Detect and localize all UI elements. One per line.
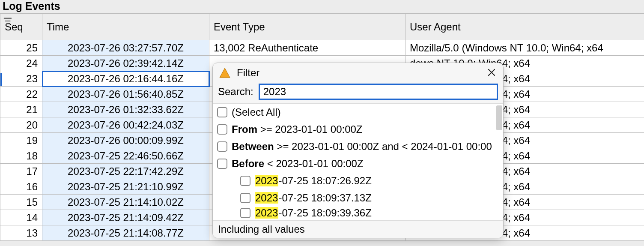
filter-option-label: From >= 2023-01-01 00:00Z — [232, 123, 363, 135]
filter-option-label: 2023-07-25 18:09:39.36Z — [255, 207, 372, 219]
cell-seq: 21 — [0, 102, 42, 117]
search-label: Search: — [218, 86, 253, 98]
checkbox[interactable] — [217, 107, 227, 117]
column-header-time[interactable]: Time — [42, 14, 209, 40]
cell-time: 2023-07-26 02:39:42.14Z — [42, 56, 209, 71]
cell-seq: 23 — [0, 71, 42, 87]
filter-option-between[interactable]: Between >= 2023-01-01 00:00Z and < 2024-… — [217, 138, 501, 155]
column-header-time-label: Time — [47, 21, 69, 33]
search-input[interactable] — [259, 84, 498, 100]
close-button[interactable] — [484, 66, 499, 80]
cell-seq: 19 — [0, 133, 42, 148]
cell-seq: 13 — [0, 225, 42, 241]
cell-seq: 25 — [0, 40, 42, 56]
search-highlight: 2023 — [255, 175, 278, 186]
cell-time: 2023-07-25 21:14:09.42Z — [42, 210, 209, 225]
table-row[interactable]: 252023-07-26 03:27:57.70Z13,002 ReAuthen… — [0, 40, 644, 56]
filter-option-value[interactable]: 2023-07-25 18:07:26.92Z — [217, 172, 501, 189]
column-header-event-label: Event Type — [214, 21, 265, 33]
filter-options-list: (Select All) From >= 2023-01-01 00:00Z B… — [213, 103, 503, 220]
filter-option-before[interactable]: Before < 2023-01-01 00:00Z — [217, 155, 501, 172]
filter-option-label: 2023-07-25 18:07:26.92Z — [255, 175, 372, 187]
search-highlight: 2023 — [255, 192, 278, 204]
checkbox[interactable] — [240, 208, 250, 218]
log-events-panel: Log Events Seq Time Event Type — [0, 0, 644, 246]
cell-time: 2023-07-26 03:27:57.70Z — [42, 40, 209, 56]
sort-desc-icon — [3, 16, 12, 26]
filter-option-value[interactable]: 2023-07-25 18:09:39.36Z — [217, 207, 501, 219]
column-header-user-agent[interactable]: User Agent — [405, 14, 644, 40]
column-header-event-type[interactable]: Event Type — [209, 14, 405, 40]
filter-popup-header: Filter — [213, 63, 503, 82]
cell-seq: 16 — [0, 179, 42, 195]
filter-option-value[interactable]: 2023-07-25 18:09:37.13Z — [217, 189, 501, 207]
filter-option-label: Between >= 2023-01-01 00:00Z and < 2024-… — [232, 141, 492, 153]
cell-seq: 22 — [0, 87, 42, 102]
column-header-ua-label: User Agent — [410, 21, 461, 33]
cell-time: 2023-07-26 00:00:09.99Z — [42, 133, 209, 148]
filter-popup: Filter Search: (Select All) From >= 2 — [212, 63, 504, 238]
filter-option-from[interactable]: From >= 2023-01-01 00:00Z — [217, 121, 501, 138]
search-highlight: 2023 — [255, 207, 278, 219]
filter-option-label: 2023-07-25 18:09:37.13Z — [255, 192, 372, 204]
cell-seq: 17 — [0, 164, 42, 179]
cell-time: 2023-07-26 01:32:33.62Z — [42, 102, 209, 117]
filter-popup-title: Filter — [237, 67, 478, 79]
panel-title: Log Events — [0, 0, 644, 13]
cell-seq: 14 — [0, 210, 42, 225]
cell-seq: 24 — [0, 56, 42, 71]
svg-marker-0 — [220, 68, 230, 78]
cell-time: 2023-07-25 21:14:08.77Z — [42, 225, 209, 241]
cell-seq: 15 — [0, 195, 42, 210]
checkbox[interactable] — [217, 159, 227, 169]
checkbox[interactable] — [217, 124, 227, 135]
cell-time: 2023-07-26 02:16:44.16Z — [42, 71, 209, 87]
cell-time: 2023-07-25 22:46:50.66Z — [42, 148, 209, 164]
cell-event: 13,002 ReAuthenticate — [209, 40, 405, 56]
cell-ua: Mozilla/5.0 (Windows NT 10.0; Win64; x64 — [405, 40, 644, 56]
filter-search-row: Search: — [213, 82, 503, 103]
checkbox[interactable] — [217, 141, 227, 152]
app-triangle-icon — [219, 67, 231, 79]
cell-time: 2023-07-26 01:56:40.85Z — [42, 87, 209, 102]
checkbox[interactable] — [240, 176, 250, 186]
column-header-seq[interactable]: Seq — [0, 14, 42, 40]
close-icon — [487, 66, 496, 80]
filter-option-label: (Select All) — [232, 106, 281, 118]
cell-time: 2023-07-25 21:21:10.99Z — [42, 179, 209, 195]
filter-option-select-all[interactable]: (Select All) — [217, 104, 501, 121]
cell-seq: 18 — [0, 148, 42, 164]
cell-time: 2023-07-25 21:14:10.02Z — [42, 195, 209, 210]
cell-time: 2023-07-26 00:42:24.03Z — [42, 117, 209, 133]
scrollbar-thumb[interactable] — [496, 105, 502, 130]
filter-option-label: Before < 2023-01-01 00:00Z — [232, 158, 364, 170]
cell-seq: 20 — [0, 117, 42, 133]
filter-footer: Including all values — [213, 220, 503, 238]
checkbox[interactable] — [240, 193, 250, 203]
cell-time: 2023-07-25 22:17:42.29Z — [42, 164, 209, 179]
